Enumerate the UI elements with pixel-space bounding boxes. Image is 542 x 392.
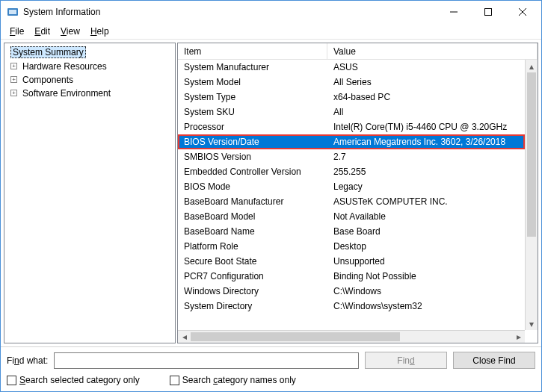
cell-item: BIOS Mode	[178, 179, 327, 194]
window-title: System Information	[23, 7, 437, 17]
cell-item: Embedded Controller Version	[178, 164, 327, 179]
table-row[interactable]: System ManufacturerASUS	[178, 60, 525, 75]
table-row[interactable]: Windows DirectoryC:\Windows	[178, 284, 525, 299]
table-row[interactable]: System SKUAll	[178, 105, 525, 119]
cell-item: BaseBoard Manufacturer	[178, 194, 327, 209]
table-row[interactable]: Secure Boot StateUnsupported	[178, 254, 525, 269]
table-row[interactable]: System ModelAll Series	[178, 75, 525, 90]
search-category-names-checkbox[interactable]: Search category names only	[170, 375, 296, 385]
close-find-button[interactable]: Close Find	[453, 352, 535, 369]
table-row[interactable]: Platform RoleDesktop	[178, 239, 525, 254]
cell-item: PCR7 Configuration	[178, 269, 327, 284]
table-row[interactable]: System DirectoryC:\Windows\system32	[178, 299, 525, 314]
cell-item: System Manufacturer	[178, 60, 327, 75]
cell-item: System Directory	[178, 299, 327, 314]
table-row[interactable]: PCR7 ConfigurationBinding Not Possible	[178, 269, 525, 284]
tree-item-label: Hardware Resources	[22, 61, 107, 72]
vertical-scroll-thumb[interactable]	[527, 72, 536, 237]
menu-view[interactable]: View	[56, 25, 84, 38]
vertical-scroll-track[interactable]	[526, 72, 538, 317]
horizontal-scroll-thumb[interactable]	[191, 332, 400, 341]
menu-help[interactable]: Help	[86, 25, 114, 38]
menu-edit[interactable]: Edit	[30, 25, 55, 38]
find-input[interactable]	[54, 352, 359, 369]
horizontal-scrollbar[interactable]: ◂ ▸	[178, 330, 525, 343]
svg-rect-3	[485, 9, 492, 16]
menu-view-label: iew	[67, 26, 80, 37]
tree-expand-icon[interactable]: +	[10, 90, 17, 96]
tree-expand-icon[interactable]: +	[10, 76, 17, 83]
tree-item-label: Components	[22, 75, 73, 85]
cell-item: Secure Boot State	[178, 254, 327, 269]
table-row[interactable]: BIOS ModeLegacy	[178, 179, 525, 194]
cell-item: System Model	[178, 75, 327, 90]
tree-item[interactable]: +Components	[4, 73, 175, 87]
minimize-button[interactable]	[437, 1, 471, 23]
cell-value: All Series	[327, 75, 525, 90]
find-label: Find what:	[7, 355, 48, 366]
tree-root-label: System Summary	[10, 46, 86, 58]
table-row[interactable]: BIOS Version/DateAmerican Megatrends Inc…	[178, 134, 525, 149]
search-selected-category-checkbox[interactable]: Search selected category only	[7, 375, 140, 385]
horizontal-scroll-track[interactable]	[191, 331, 512, 343]
window: System Information File Edit View Help S…	[0, 0, 542, 392]
menu-file[interactable]: File	[5, 25, 28, 38]
list-header: Item Value	[178, 43, 538, 60]
table-row[interactable]: SMBIOS Version2.7	[178, 149, 525, 164]
tree-item[interactable]: +Hardware Resources	[4, 60, 175, 73]
find-options-row: Search selected category only Search cat…	[7, 375, 535, 385]
menubar: File Edit View Help	[1, 23, 541, 40]
search-category-names-label: Search category names only	[182, 375, 296, 385]
tree-item-label: Software Environment	[22, 88, 111, 99]
cell-value: C:\Windows\system32	[327, 299, 525, 314]
column-header-item[interactable]: Item	[178, 43, 327, 59]
table-row[interactable]: BaseBoard ModelNot Available	[178, 209, 525, 224]
svg-rect-1	[9, 10, 16, 14]
content-area: System Summary +Hardware Resources+Compo…	[1, 40, 541, 346]
tree-item[interactable]: +Software Environment	[4, 87, 175, 100]
cell-value: ASUS	[327, 60, 525, 75]
app-icon	[7, 6, 19, 18]
close-button[interactable]	[505, 1, 540, 23]
cell-value: 255.255	[327, 164, 525, 179]
cell-value: Binding Not Possible	[327, 269, 525, 284]
search-selected-category-label: Search selected category only	[19, 375, 140, 385]
menu-help-label: elp	[97, 26, 109, 37]
tree-expand-icon[interactable]: +	[10, 63, 17, 69]
scroll-right-arrow-icon[interactable]: ▸	[512, 331, 525, 343]
find-button[interactable]: Find	[365, 352, 447, 369]
cell-value: American Megatrends Inc. 3602, 3/26/2018	[327, 134, 525, 149]
find-bar: Find what: Find Close Find Search select…	[1, 346, 541, 391]
cell-value: Intel(R) Core(TM) i5-4460 CPU @ 3.20GHz	[327, 119, 525, 134]
table-row[interactable]: BaseBoard NameBase Board	[178, 224, 525, 239]
cell-item: System Type	[178, 90, 327, 105]
tree-root[interactable]: System Summary	[4, 45, 175, 60]
cell-value: Not Available	[327, 209, 525, 224]
checkbox-icon	[170, 376, 179, 385]
menu-file-label: ile	[15, 26, 24, 37]
column-header-value[interactable]: Value	[327, 43, 538, 59]
find-row: Find what: Find Close Find	[7, 352, 535, 369]
scroll-up-arrow-icon[interactable]: ▴	[526, 60, 538, 72]
tree-panel: System Summary +Hardware Resources+Compo…	[4, 43, 176, 343]
menu-edit-label: dit	[40, 26, 50, 37]
cell-value: Legacy	[327, 179, 525, 194]
cell-value: Desktop	[327, 239, 525, 254]
list-panel: Item Value System ManufacturerASUSSystem…	[177, 43, 538, 343]
cell-value: Base Board	[327, 224, 525, 239]
scroll-left-arrow-icon[interactable]: ◂	[178, 331, 191, 343]
cell-item: BIOS Version/Date	[178, 134, 327, 149]
table-row[interactable]: BaseBoard ManufacturerASUSTeK COMPUTER I…	[178, 194, 525, 209]
cell-item: Windows Directory	[178, 284, 327, 299]
vertical-scrollbar[interactable]: ▴ ▾	[525, 60, 538, 330]
table-row[interactable]: System Typex64-based PC	[178, 90, 525, 105]
table-row[interactable]: Embedded Controller Version255.255	[178, 164, 525, 179]
table-row[interactable]: ProcessorIntel(R) Core(TM) i5-4460 CPU @…	[178, 119, 525, 134]
cell-item: Platform Role	[178, 239, 327, 254]
cell-item: Processor	[178, 119, 327, 134]
titlebar: System Information	[1, 1, 541, 23]
scroll-down-arrow-icon[interactable]: ▾	[526, 317, 538, 330]
cell-item: BaseBoard Name	[178, 224, 327, 239]
cell-item: SMBIOS Version	[178, 149, 327, 164]
maximize-button[interactable]	[471, 1, 505, 23]
